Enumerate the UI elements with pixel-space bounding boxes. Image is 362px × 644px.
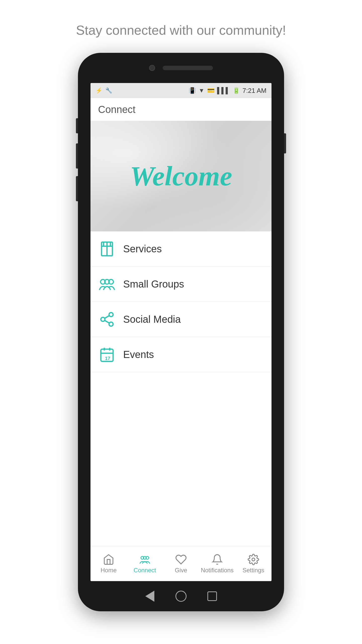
home-nav-label: Home <box>101 567 117 574</box>
menu-item-services[interactable]: Services <box>90 231 272 267</box>
bug-icon: 🔧 <box>105 87 112 94</box>
small-groups-icon <box>98 275 116 293</box>
battery-icon: 🔋 <box>233 87 240 94</box>
bell-icon <box>211 554 223 565</box>
vibrate-icon: 📳 <box>189 87 196 94</box>
services-label: Services <box>123 243 162 255</box>
events-label: Events <box>123 349 154 360</box>
usb-icon: ⚡ <box>96 87 102 94</box>
side-button-volume-down <box>76 176 78 201</box>
side-button-volume-up <box>76 143 78 169</box>
back-button[interactable] <box>144 591 155 602</box>
side-button-left-1 <box>76 118 78 133</box>
svg-line-12 <box>105 316 109 318</box>
svg-point-21 <box>252 558 255 561</box>
events-icon: 17 <box>98 346 116 364</box>
menu-item-events[interactable]: 17 Events <box>90 337 272 372</box>
status-right-icons: 📳 ▼ 💳 ▌▌▌ 🔋 7:21 AM <box>189 87 266 95</box>
nav-item-home[interactable]: Home <box>90 546 127 581</box>
status-left-icons: ⚡ 🔧 <box>96 87 112 94</box>
status-time: 7:21 AM <box>243 87 266 95</box>
svg-point-8 <box>109 312 113 316</box>
speaker <box>163 66 213 70</box>
phone-top-area <box>78 53 284 83</box>
small-groups-label: Small Groups <box>123 278 184 290</box>
svg-point-9 <box>101 317 105 321</box>
recents-button[interactable] <box>207 591 218 602</box>
status-bar: ⚡ 🔧 📳 ▼ 💳 ▌▌▌ 🔋 7:21 AM <box>90 83 272 98</box>
phone-shell: ⚡ 🔧 📳 ▼ 💳 ▌▌▌ 🔋 7:21 AM Connect Welcome <box>78 53 284 611</box>
signal-icon: ▌▌▌ <box>217 87 230 94</box>
menu-item-small-groups[interactable]: Small Groups <box>90 267 272 302</box>
social-media-icon <box>98 311 116 328</box>
side-button-power <box>284 133 286 153</box>
camera <box>149 65 155 71</box>
screen: ⚡ 🔧 📳 ▼ 💳 ▌▌▌ 🔋 7:21 AM Connect Welcome <box>90 83 272 581</box>
home-button[interactable] <box>175 591 187 602</box>
social-media-label: Social Media <box>123 314 181 325</box>
sd-icon: 💳 <box>207 87 215 94</box>
services-icon <box>98 240 116 258</box>
notifications-nav-label: Notifications <box>201 567 234 574</box>
give-icon <box>175 554 187 565</box>
nav-item-connect[interactable]: Connect <box>127 546 163 581</box>
wifi-icon: ▼ <box>199 87 205 94</box>
welcome-banner: Welcome <box>90 121 272 231</box>
menu-list: Services Small Groups <box>90 231 272 546</box>
phone-bottom-buttons <box>78 581 284 611</box>
home-icon <box>103 554 114 565</box>
svg-point-10 <box>109 322 113 326</box>
svg-line-11 <box>105 320 109 323</box>
settings-icon <box>248 554 259 565</box>
connect-nav-label: Connect <box>133 567 156 574</box>
connect-icon <box>139 554 151 565</box>
nav-item-give[interactable]: Give <box>163 546 199 581</box>
give-nav-label: Give <box>175 567 187 574</box>
settings-nav-label: Settings <box>243 567 264 574</box>
nav-item-notifications[interactable]: Notifications <box>199 546 235 581</box>
app-bar-title: Connect <box>98 104 135 115</box>
welcome-text: Welcome <box>130 160 232 192</box>
bottom-nav: Home Connect <box>90 546 272 581</box>
nav-item-settings[interactable]: Settings <box>235 546 272 581</box>
menu-item-social-media[interactable]: Social Media <box>90 302 272 337</box>
svg-text:17: 17 <box>105 356 110 361</box>
page-subtitle: Stay connected with our community! <box>76 23 286 38</box>
app-bar: Connect <box>90 98 272 121</box>
